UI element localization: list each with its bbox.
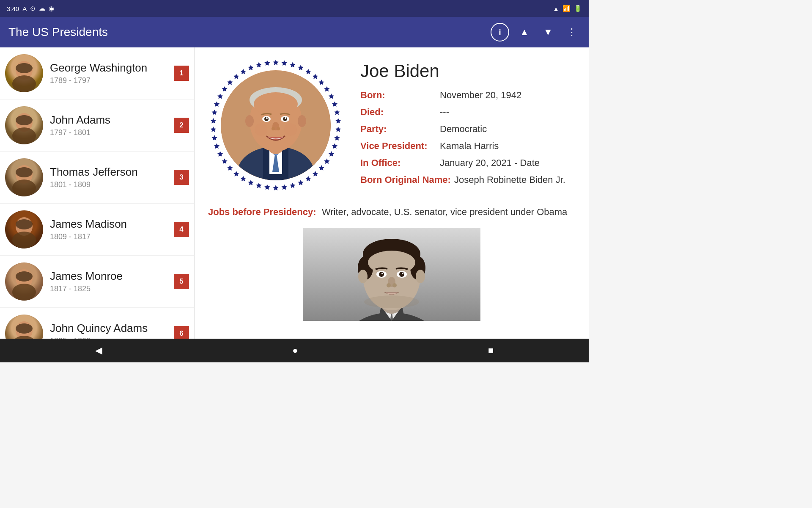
president-list-item[interactable]: James Monroe 1817 - 1825 5	[0, 256, 194, 308]
star-icon	[290, 183, 295, 188]
star-icon	[264, 60, 270, 66]
detail-field-label: Born Original Name:	[360, 174, 451, 185]
president-list-item[interactable]: John Quincy Adams 1825 - 1829 6	[0, 308, 194, 339]
president-avatar	[5, 262, 43, 301]
star-icon	[222, 158, 227, 164]
svg-point-22	[12, 336, 36, 339]
president-info: Thomas Jefferson 1801 - 1809	[50, 166, 167, 189]
portrait-container: // Will be rendered via the script below	[208, 58, 343, 193]
star-icon	[305, 69, 311, 75]
star-icon	[211, 127, 216, 132]
back-button[interactable]: ◀	[78, 342, 119, 359]
app-bar: The US Presidents i ▲ ▼ ⋮	[0, 17, 589, 47]
svg-point-43	[277, 127, 280, 130]
svg-point-71	[364, 295, 419, 308]
president-info: James Monroe 1817 - 1825	[50, 270, 167, 293]
detail-field-value: November 20, 1942	[440, 90, 521, 101]
detail-field-row: Born: November 20, 1942	[360, 90, 575, 101]
star-icon	[319, 165, 324, 171]
star-icon	[214, 101, 219, 107]
detail-panel: // Will be rendered via the script below	[195, 47, 589, 339]
president-avatar	[5, 106, 43, 144]
svg-point-34	[254, 92, 298, 116]
star-icon	[227, 165, 233, 171]
star-icon	[222, 86, 227, 92]
president-list-item[interactable]: John Adams 1797 - 1801 2	[0, 99, 194, 152]
president-name: John Adams	[50, 113, 167, 127]
status-icon-circle: ⊙	[30, 5, 36, 12]
president-name: James Madison	[50, 218, 167, 231]
detail-field-label: In Office:	[360, 157, 436, 168]
info-button[interactable]: i	[491, 23, 509, 41]
svg-point-61	[368, 251, 415, 274]
president-years: 1817 - 1825	[50, 284, 167, 293]
up-button[interactable]: ▲	[516, 24, 533, 41]
svg-point-39	[266, 117, 268, 119]
detail-top: // Will be rendered via the script below	[208, 58, 575, 193]
president-info: James Madison 1809 - 1817	[50, 218, 167, 241]
president-list-item[interactable]: James Madison 1809 - 1817 4	[0, 204, 194, 256]
svg-point-44	[255, 123, 267, 136]
detail-field-value: ---	[440, 107, 449, 118]
star-icon	[334, 110, 340, 115]
president-number: 6	[174, 326, 189, 339]
star-icon	[332, 144, 337, 149]
star-icon	[334, 135, 340, 141]
detail-info: Joe Biden Born: November 20, 1942 Died: …	[360, 58, 575, 191]
president-list-item[interactable]: George Washington 1789 - 1797 1	[0, 47, 194, 99]
star-icon	[256, 183, 261, 188]
star-icon	[264, 185, 270, 190]
president-avatar	[5, 315, 43, 339]
portrait-svg	[221, 70, 331, 180]
president-years: 1801 - 1809	[50, 180, 167, 189]
president-years: 1797 - 1801	[50, 128, 167, 137]
star-icon	[329, 94, 334, 99]
star-icon	[233, 171, 239, 177]
star-icon	[335, 127, 341, 132]
detail-field-row: Born Original Name: Joseph Robinette Bid…	[360, 174, 575, 185]
star-icon	[298, 65, 303, 70]
president-portrait	[221, 70, 331, 180]
star-icon	[290, 62, 295, 67]
signal-icon: 📶	[562, 5, 571, 12]
status-time: 3:40	[7, 5, 19, 12]
detail-name: Joe Biden	[360, 61, 575, 81]
svg-point-66	[381, 273, 383, 274]
president-number: 1	[174, 66, 189, 81]
star-icon	[211, 110, 217, 115]
status-icon-cloud: ☁	[39, 5, 45, 12]
president-list: George Washington 1789 - 1797 1 John Ada…	[0, 47, 195, 339]
down-button[interactable]: ▼	[540, 24, 557, 41]
star-icon	[273, 185, 278, 190]
star-icon	[305, 176, 311, 181]
wifi-icon: ▲	[553, 5, 559, 12]
president-number: 2	[174, 118, 189, 133]
president-name: John Quincy Adams	[50, 322, 167, 335]
svg-point-69	[387, 283, 391, 287]
president-name: Thomas Jefferson	[50, 166, 167, 179]
recent-button[interactable]: ■	[471, 342, 510, 359]
star-icon	[227, 80, 233, 85]
president-list-item[interactable]: Thomas Jefferson 1801 - 1809 3	[0, 152, 194, 204]
star-icon	[248, 180, 253, 185]
president-name: James Monroe	[50, 270, 167, 283]
svg-point-40	[285, 117, 286, 119]
svg-point-3	[16, 63, 33, 73]
star-icon	[240, 69, 246, 75]
svg-point-15	[16, 219, 33, 229]
more-button[interactable]: ⋮	[563, 24, 580, 41]
svg-point-18	[12, 284, 36, 301]
detail-field-row: Party: Democratic	[360, 124, 575, 135]
detail-fields: Born: November 20, 1942 Died: --- Party:…	[360, 90, 575, 185]
svg-point-46	[245, 115, 254, 127]
svg-point-47	[298, 115, 306, 127]
home-button[interactable]: ●	[275, 342, 315, 359]
star-icon	[240, 176, 246, 181]
president-avatar	[5, 158, 43, 196]
detail-field-label: Died:	[360, 107, 436, 118]
star-icon	[324, 86, 329, 92]
detail-field-label: Party:	[360, 124, 436, 135]
star-icon	[256, 62, 261, 67]
star-icon	[214, 144, 219, 149]
star-icon	[273, 60, 278, 65]
